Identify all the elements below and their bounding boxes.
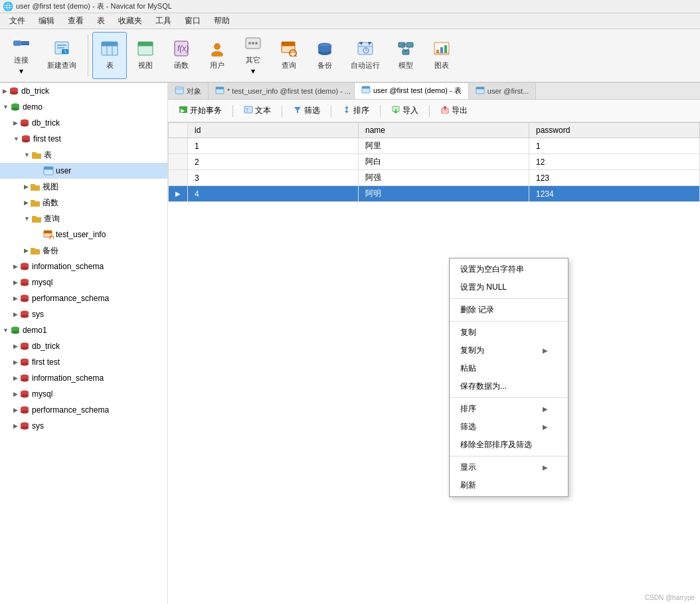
toolbar-btn-connect[interactable]: 连接▾: [4, 32, 39, 79]
table-row[interactable]: 2阿白12: [169, 154, 700, 170]
ctx-item-display[interactable]: 显示▶: [450, 458, 568, 476]
toggle-arrow-functions_node[interactable]: ▶: [24, 196, 29, 209]
sidebar-item-db_trick_1[interactable]: ▶db_trick: [0, 83, 167, 99]
table-toolbar-btn-import[interactable]: 导入: [386, 102, 424, 119]
table-toolbar-btn-export[interactable]: 导出: [435, 102, 473, 119]
menu-item-文件[interactable]: 文件: [3, 14, 32, 28]
sidebar-item-sys_1[interactable]: ▶sys: [0, 306, 167, 322]
sidebar-item-mysql_1[interactable]: ▶mysql: [0, 274, 167, 290]
sidebar-item-demo1[interactable]: ▼demo1: [0, 322, 167, 338]
ctx-item-copy-as[interactable]: 复制为▶: [450, 342, 568, 359]
sidebar-item-db_trick_2[interactable]: ▶db_trick: [0, 115, 167, 131]
toolbar-btn-query[interactable]: 查询: [272, 32, 306, 79]
sidebar-item-backup_node[interactable]: ▶备份: [0, 243, 167, 258]
menu-item-表[interactable]: 表: [90, 14, 112, 28]
toolbar-btn-schedule[interactable]: 自动运行: [343, 32, 387, 79]
toolbar-btn-chart[interactable]: 图表: [424, 32, 459, 79]
toggle-arrow-information_schema_2[interactable]: ▶: [13, 371, 18, 385]
cell-password-2[interactable]: 123: [529, 170, 700, 186]
sidebar-item-tables_node[interactable]: ▼表: [0, 147, 167, 163]
sidebar-item-views_node[interactable]: ▶视图: [0, 179, 167, 195]
toggle-arrow-views_node[interactable]: ▶: [24, 180, 29, 193]
sidebar-item-information_schema_1[interactable]: ▶information_schema: [0, 258, 167, 274]
sidebar-item-information_schema_2[interactable]: ▶information_schema: [0, 370, 167, 386]
sidebar-item-test_user_info[interactable]: test_user_info: [0, 227, 167, 243]
menu-item-收藏夹[interactable]: 收藏夹: [112, 14, 149, 28]
menu-item-窗口[interactable]: 窗口: [178, 14, 207, 28]
toggle-arrow-demo1[interactable]: ▼: [3, 324, 9, 337]
tab-user_tab2[interactable]: user @first...: [469, 83, 537, 99]
toggle-arrow-sys_1[interactable]: ▶: [13, 308, 18, 321]
toggle-arrow-performance_schema_2[interactable]: ▶: [13, 403, 18, 417]
menu-item-查看[interactable]: 查看: [61, 14, 90, 28]
toggle-arrow-queries_node[interactable]: ▼: [24, 212, 30, 225]
toolbar-btn-table[interactable]: 表: [92, 32, 127, 79]
table-container[interactable]: idnamepassword1阿里12阿白123阿强123▶4阿明1234: [168, 122, 700, 604]
toggle-arrow-first_test_2[interactable]: ▶: [13, 355, 18, 369]
toggle-arrow-db_trick_3[interactable]: ▶: [13, 340, 18, 353]
cell-password-0[interactable]: 1: [529, 138, 700, 154]
ctx-item-set-empty[interactable]: 设置为空白字符串: [450, 260, 568, 278]
table-toolbar-btn-text[interactable]: T 文本: [238, 102, 276, 119]
toolbar-btn-other[interactable]: 其它▾: [236, 32, 270, 79]
table-row[interactable]: 3阿强123: [169, 170, 700, 186]
ctx-item-copy[interactable]: 复制: [450, 324, 568, 342]
toggle-arrow-performance_schema_1[interactable]: ▶: [13, 292, 18, 305]
ctx-item-filter[interactable]: 筛选▶: [450, 418, 568, 436]
toolbar-btn-view[interactable]: 视图: [128, 32, 163, 79]
toolbar-btn-backup[interactable]: 备份: [307, 32, 342, 79]
ctx-item-sort[interactable]: 排序▶: [450, 400, 568, 418]
sidebar-item-performance_schema_2[interactable]: ▶performance_schema: [0, 402, 167, 418]
table-row[interactable]: 1阿里1: [169, 138, 700, 154]
menu-item-工具[interactable]: 工具: [149, 14, 178, 28]
tab-user_tab[interactable]: user @first test (demo) - 表: [355, 83, 469, 99]
ctx-item-delete-record[interactable]: 删除 记录: [450, 301, 568, 319]
table-toolbar-btn-begin-tx[interactable]: ▶ 开始事务: [173, 102, 227, 119]
ctx-item-remove-sort-filter[interactable]: 移除全部排序及筛选: [450, 436, 568, 454]
ctx-item-paste[interactable]: 粘贴: [450, 359, 568, 377]
sidebar-item-functions_node[interactable]: ▶函数: [0, 195, 167, 211]
toggle-arrow-mysql_1[interactable]: ▶: [13, 276, 18, 289]
sidebar-item-first_test[interactable]: ▼first test: [0, 131, 167, 147]
sidebar-item-performance_schema_1[interactable]: ▶performance_schema: [0, 290, 167, 306]
tab-objects[interactable]: 对象: [168, 83, 209, 99]
ctx-item-set-null[interactable]: 设置为 NULL: [450, 278, 568, 296]
cell-name-2[interactable]: 阿强: [359, 170, 529, 186]
ctx-item-save-as[interactable]: 保存数据为...: [450, 377, 568, 395]
toggle-arrow-backup_node[interactable]: ▶: [24, 244, 29, 257]
toolbar-btn-function[interactable]: f(x) 函数: [164, 32, 199, 79]
sidebar-item-mysql_2[interactable]: ▶mysql: [0, 386, 167, 402]
cell-name-1[interactable]: 阿白: [359, 154, 529, 170]
table-row[interactable]: ▶4阿明1234: [169, 186, 700, 202]
toggle-arrow-db_trick_2[interactable]: ▶: [13, 116, 18, 130]
cell-id-3[interactable]: 4: [188, 186, 359, 202]
sidebar-item-db_trick_3[interactable]: ▶db_trick: [0, 338, 167, 354]
toggle-arrow-tables_node[interactable]: ▼: [24, 148, 30, 161]
other-dropdown-arrow[interactable]: ▾: [251, 66, 255, 76]
cell-password-1[interactable]: 12: [529, 154, 700, 170]
sidebar-item-demo[interactable]: ▼demo: [0, 99, 167, 115]
col-header-name[interactable]: name: [359, 123, 529, 138]
toolbar-btn-new-query[interactable]: ✎ 新建查询: [40, 32, 84, 79]
tab-test_user_info_tab[interactable]: * test_user_info @first test (demo) - ..…: [209, 83, 355, 99]
cell-id-2[interactable]: 3: [188, 170, 359, 186]
sidebar-item-queries_node[interactable]: ▼查询: [0, 211, 167, 227]
sidebar-item-user_table[interactable]: user: [0, 163, 167, 179]
toolbar-btn-user[interactable]: 用户: [200, 32, 234, 79]
cell-password-3[interactable]: 1234: [529, 186, 700, 202]
col-header-password[interactable]: password: [529, 123, 700, 138]
sidebar-item-first_test_2[interactable]: ▶first test: [0, 354, 167, 370]
menu-item-帮助[interactable]: 帮助: [207, 14, 236, 28]
col-header-id[interactable]: id: [188, 123, 359, 138]
toggle-arrow-mysql_2[interactable]: ▶: [13, 387, 18, 401]
table-toolbar-btn-filter[interactable]: 筛选: [288, 102, 325, 119]
toggle-arrow-db_trick_1[interactable]: ▶: [3, 84, 7, 98]
connect-dropdown-arrow[interactable]: ▾: [19, 66, 23, 76]
toggle-arrow-sys_2[interactable]: ▶: [13, 419, 18, 433]
toggle-arrow-demo[interactable]: ▼: [3, 100, 9, 114]
menu-item-编辑[interactable]: 编辑: [32, 14, 61, 28]
toggle-arrow-information_schema_1[interactable]: ▶: [13, 260, 18, 273]
cell-name-3[interactable]: 阿明: [359, 186, 529, 202]
table-toolbar-btn-sort[interactable]: 排序: [337, 102, 375, 119]
toolbar-btn-model[interactable]: 模型: [389, 32, 423, 79]
